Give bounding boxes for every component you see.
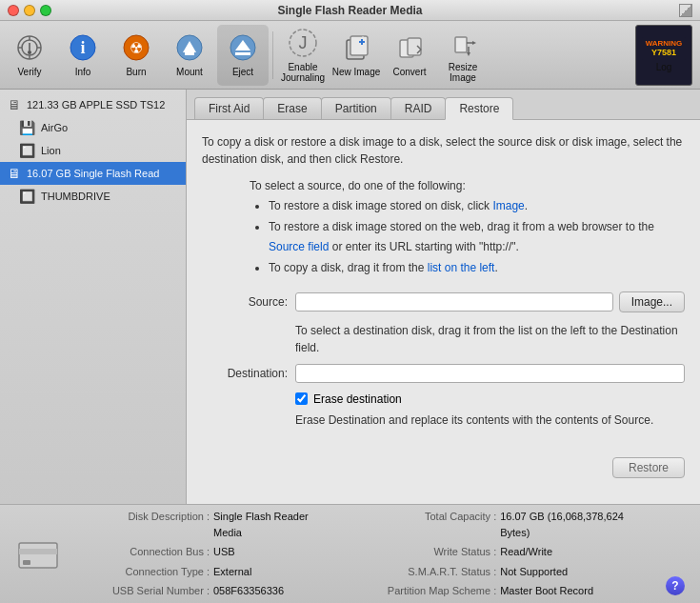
erase-checkbox[interactable] bbox=[295, 392, 308, 405]
total-capacity-val: 16.07 GB (16,068,378,624 Bytes) bbox=[500, 509, 650, 540]
svg-text:J: J bbox=[299, 33, 308, 52]
sidebar-item-2[interactable]: 🔲 Lion bbox=[0, 139, 186, 162]
resize-image-tool[interactable]: Resize Image bbox=[437, 25, 489, 86]
sidebar-label-2: Lion bbox=[41, 145, 61, 156]
tab-restore[interactable]: Restore bbox=[445, 97, 513, 120]
separator-1 bbox=[272, 31, 273, 79]
info-icon: i bbox=[68, 32, 98, 63]
disk-icon-4: 🔲 bbox=[19, 189, 35, 204]
sidebar-label-1: AirGo bbox=[41, 122, 68, 133]
new-image-tool[interactable]: New Image bbox=[330, 25, 382, 86]
partition-map-key: Partition Map Scheme : bbox=[363, 583, 496, 599]
bullet-2: To restore a disk image stored on the we… bbox=[269, 217, 685, 256]
mount-tool[interactable]: Mount bbox=[164, 25, 215, 86]
verify-label: Verify bbox=[17, 67, 41, 77]
enable-journaling-icon: J bbox=[288, 28, 318, 58]
resize-image-icon bbox=[448, 28, 478, 58]
minimize-button[interactable] bbox=[24, 5, 35, 16]
disk-icon-3: 🖥 bbox=[8, 166, 21, 181]
svg-marker-32 bbox=[472, 41, 476, 45]
enable-journaling-label: Enable Journaling bbox=[277, 62, 329, 83]
restore-button[interactable]: Restore bbox=[612, 457, 685, 478]
connection-bus-key: Connection Bus : bbox=[76, 544, 210, 560]
svg-rect-21 bbox=[350, 36, 368, 55]
partition-map-row: Partition Map Scheme : Master Boot Recor… bbox=[363, 583, 650, 599]
content-panel: First Aid Erase Partition RAID Restore T… bbox=[187, 90, 700, 504]
burn-tool[interactable]: ☢ Burn bbox=[110, 25, 162, 86]
destination-label: Destination: bbox=[202, 367, 288, 380]
image-link-text: Image bbox=[492, 199, 524, 212]
disk-icon-1: 💾 bbox=[19, 120, 35, 135]
disk-icon-0: 🖥 bbox=[8, 97, 21, 112]
sidebar-item-1[interactable]: 💾 AirGo bbox=[0, 116, 186, 139]
image-button[interactable]: Image... bbox=[619, 291, 685, 312]
usb-serial-row: USB Serial Number : 058F63356336 bbox=[76, 583, 334, 599]
sidebar-item-3[interactable]: 🖥 16.07 GB Single Flash Read bbox=[0, 162, 186, 185]
close-button[interactable] bbox=[8, 5, 19, 16]
status-info: Disk Description : Single Flash Reader M… bbox=[76, 509, 650, 599]
restore-tab-content: To copy a disk or restore a disk image t… bbox=[187, 120, 700, 504]
usb-serial-val: 058F63356336 bbox=[213, 583, 284, 599]
connection-type-row: Connection Type : External bbox=[76, 564, 334, 580]
svg-text:i: i bbox=[80, 38, 85, 57]
tab-erase[interactable]: Erase bbox=[263, 97, 321, 119]
connection-type-val: External bbox=[213, 564, 251, 580]
partition-map-val: Master Boot Record bbox=[500, 583, 593, 599]
log-label: Log bbox=[656, 62, 672, 72]
window-title: Single Flash Reader Media bbox=[277, 4, 422, 17]
svg-rect-29 bbox=[455, 37, 467, 52]
convert-tool[interactable]: Convert bbox=[384, 25, 435, 86]
burn-label: Burn bbox=[126, 67, 146, 77]
svg-text:☢: ☢ bbox=[130, 40, 143, 56]
source-input[interactable] bbox=[295, 292, 613, 312]
sidebar-label-3: 16.07 GB Single Flash Read bbox=[27, 168, 159, 179]
mount-icon bbox=[174, 32, 205, 63]
tab-bar: First Aid Erase Partition RAID Restore bbox=[187, 90, 700, 120]
sidebar: 🖥 121.33 GB APPLE SSD TS12 💾 AirGo 🔲 Lio… bbox=[0, 90, 187, 504]
source-field-row: Source: Image... bbox=[202, 291, 685, 312]
tab-partition[interactable]: Partition bbox=[321, 97, 391, 119]
disk-description-key: Disk Description : bbox=[76, 509, 210, 540]
connection-type-key: Connection Type : bbox=[76, 564, 210, 580]
maximize-button[interactable] bbox=[40, 5, 51, 16]
eject-tool[interactable]: Eject bbox=[217, 25, 269, 86]
log-display-area: WARNING Y7581 Log bbox=[635, 25, 692, 86]
burn-icon: ☢ bbox=[121, 32, 151, 63]
new-image-icon bbox=[341, 32, 371, 63]
sidebar-item-0[interactable]: 🖥 121.33 GB APPLE SSD TS12 bbox=[0, 93, 186, 116]
tab-first-aid[interactable]: First Aid bbox=[194, 97, 264, 119]
new-image-label: New Image bbox=[332, 67, 381, 77]
restore-instructions: To select a source, do one of the follow… bbox=[250, 179, 685, 192]
disk-description-row: Disk Description : Single Flash Reader M… bbox=[76, 509, 334, 540]
destination-input[interactable] bbox=[295, 364, 685, 383]
erase-checkbox-label: Erase destination bbox=[313, 392, 402, 406]
restore-bullets: To restore a disk image stored on disk, … bbox=[269, 196, 685, 278]
tab-raid[interactable]: RAID bbox=[390, 97, 447, 119]
help-button[interactable]: ? bbox=[666, 576, 685, 595]
smart-status-val: Not Supported bbox=[500, 564, 568, 580]
write-status-row: Write Status : Read/Write bbox=[363, 544, 650, 560]
info-tool[interactable]: i Info bbox=[57, 25, 109, 86]
restore-button-row: Restore bbox=[202, 438, 685, 478]
svg-rect-14 bbox=[185, 52, 194, 55]
restore-intro-text: To copy a disk or restore a disk image t… bbox=[202, 133, 685, 168]
disk-icon-2: 🔲 bbox=[19, 143, 35, 158]
bullet-1: To restore a disk image stored on disk, … bbox=[269, 196, 685, 215]
svg-rect-36 bbox=[23, 560, 30, 565]
sidebar-label-4: THUMBDRIVE bbox=[41, 191, 110, 202]
destination-field-row: Destination: bbox=[202, 364, 685, 383]
status-bar: Disk Description : Single Flash Reader M… bbox=[0, 504, 700, 603]
status-col-left: Disk Description : Single Flash Reader M… bbox=[76, 509, 334, 599]
resize-icon[interactable] bbox=[679, 4, 692, 17]
bullet-3: To copy a disk, drag it from the list on… bbox=[269, 258, 685, 277]
enable-journaling-tool[interactable]: J Enable Journaling bbox=[277, 25, 329, 86]
verify-tool[interactable]: Verify bbox=[4, 25, 55, 86]
info-label: Info bbox=[75, 67, 91, 77]
convert-label: Convert bbox=[392, 67, 426, 77]
window-controls bbox=[8, 5, 51, 16]
mount-label: Mount bbox=[176, 67, 203, 77]
source-link-text: Source field bbox=[269, 240, 329, 253]
source-label: Source: bbox=[202, 295, 288, 309]
eject-label: Eject bbox=[232, 67, 253, 77]
sidebar-item-4[interactable]: 🔲 THUMBDRIVE bbox=[0, 185, 186, 208]
